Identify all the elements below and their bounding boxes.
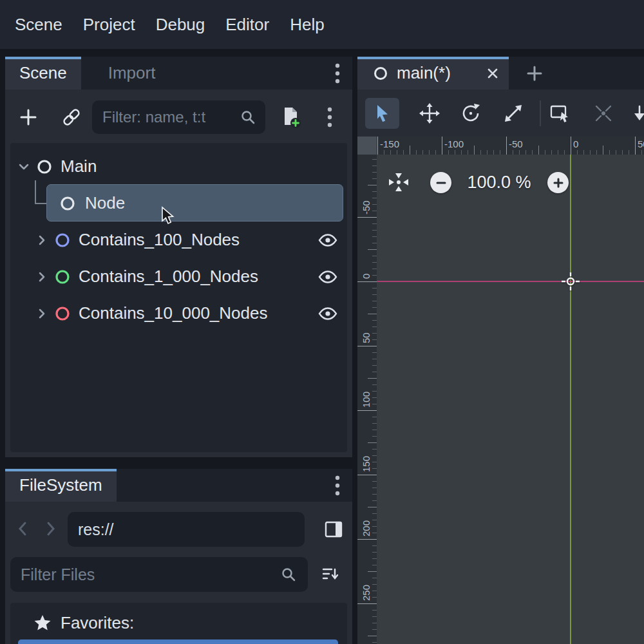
tree-row-label: Contains_10_000_Nodes — [79, 303, 267, 323]
plus-icon — [553, 177, 564, 189]
search-icon — [238, 108, 258, 127]
chevron-down-icon[interactable] — [17, 160, 31, 174]
filesystem-tabstrip: FileSystem — [5, 469, 352, 502]
ruler-label: -150 — [380, 138, 399, 149]
tree-row-contains-100[interactable]: Contains_100_Nodes — [10, 222, 347, 258]
ruler-label: 50 — [361, 332, 372, 343]
filesystem-menu-button[interactable] — [329, 475, 346, 497]
toolbar-separator — [540, 100, 541, 126]
viewport-dock: main(*) — [357, 57, 644, 644]
visibility-toggle[interactable] — [317, 269, 338, 285]
chevron-left-icon — [15, 520, 31, 537]
tree-row-label: Node — [85, 193, 125, 213]
scene-dock-body: Main Node Contains_100_Nodes — [5, 90, 352, 457]
favorites-row[interactable]: Favorites: — [10, 604, 347, 641]
rotate-icon — [460, 103, 481, 124]
node-circle-icon — [54, 232, 71, 249]
ruler-label: 0 — [573, 138, 578, 149]
add-node-button[interactable] — [14, 100, 43, 134]
ruler-label: -50 — [361, 200, 372, 214]
tree-row-node[interactable]: Node — [10, 185, 347, 222]
godot-editor-window: Scene Project Debug Editor Help Scene Im… — [0, 0, 644, 644]
move-tool-button[interactable] — [415, 98, 444, 129]
scene-tree: Main Node Contains_100_Nodes — [10, 143, 347, 452]
zoom-level-label[interactable]: 100.0 % — [457, 173, 541, 193]
zoom-out-button[interactable] — [430, 172, 451, 193]
tab-filesystem-label: FileSystem — [19, 475, 102, 495]
tree-row-contains-10000[interactable]: Contains_10_000_Nodes — [10, 295, 347, 332]
vertical-ruler: -50 0 50 100 150 200 250 — [357, 155, 377, 644]
filesystem-filter-input[interactable] — [10, 557, 308, 592]
canvas-2d[interactable]: 100.0 % — [377, 155, 644, 644]
tree-row-label: Main — [61, 156, 97, 176]
select-tool-button[interactable] — [365, 98, 399, 129]
chevron-right-icon[interactable] — [35, 270, 49, 284]
menu-scene[interactable]: Scene — [15, 15, 62, 35]
menu-editor[interactable]: Editor — [225, 15, 269, 35]
smart-snap-button[interactable] — [589, 98, 618, 129]
plus-icon — [526, 65, 543, 82]
toggle-split-mode-button[interactable] — [319, 512, 348, 547]
favorites-label: Favorites: — [61, 613, 134, 633]
tab-main-scene[interactable]: main(*) — [357, 57, 509, 90]
file-sort-button[interactable] — [316, 557, 345, 592]
star-icon — [33, 614, 52, 632]
zoom-in-button[interactable] — [547, 172, 569, 193]
ruler-label: 50 — [638, 138, 644, 149]
tree-row-main[interactable]: Main — [10, 148, 347, 185]
selection-list-button[interactable] — [546, 98, 574, 129]
eye-icon — [317, 306, 338, 321]
tree-row-label: Contains_1_000_Nodes — [79, 267, 258, 287]
close-tab-button[interactable] — [486, 66, 500, 80]
visibility-toggle[interactable] — [317, 306, 338, 321]
filesystem-dock: FileSystem — [5, 469, 352, 644]
tab-scene-label: Scene — [19, 63, 67, 83]
selected-file-row-partial[interactable] — [18, 639, 338, 644]
tab-import[interactable]: Import — [94, 57, 170, 90]
scene-node-icon — [373, 66, 388, 81]
scene-dock-menu-button[interactable] — [329, 62, 346, 84]
split-view-icon — [324, 520, 343, 538]
new-scene-tab-button[interactable] — [522, 57, 547, 90]
select-arrow-icon — [374, 104, 392, 123]
filesystem-body: Favorites: — [5, 502, 352, 644]
tab-scene[interactable]: Scene — [5, 57, 81, 90]
ellipsis-icon — [327, 106, 333, 128]
mouse-cursor — [160, 206, 178, 227]
nav-forward-button[interactable] — [37, 512, 63, 545]
plus-icon — [19, 108, 38, 127]
tree-row-contains-1000[interactable]: Contains_1_000_Nodes — [10, 258, 347, 295]
menu-debug[interactable]: Debug — [156, 15, 205, 35]
origin-gizmo-icon[interactable] — [561, 272, 580, 291]
ruler-label: 0 — [361, 274, 372, 279]
menu-project[interactable]: Project — [83, 15, 135, 35]
menu-help[interactable]: Help — [290, 15, 324, 35]
instance-scene-button[interactable] — [57, 100, 86, 134]
node-circle-icon — [36, 158, 53, 175]
chevron-right-icon — [43, 520, 58, 537]
eye-icon — [317, 269, 338, 285]
scene-tree-menu-button[interactable] — [320, 100, 339, 134]
visibility-toggle[interactable] — [317, 232, 338, 248]
chevron-right-icon[interactable] — [35, 307, 49, 321]
main-menu-bar: Scene Project Debug Editor Help — [0, 0, 644, 49]
rotate-tool-button[interactable] — [457, 98, 485, 129]
ruler-label: 150 — [361, 456, 372, 472]
link-icon — [61, 108, 82, 127]
tab-filesystem[interactable]: FileSystem — [5, 469, 117, 502]
snap-options-button[interactable] — [625, 98, 644, 129]
scene-dock: Scene Import — [5, 57, 352, 457]
ruler-label: -100 — [444, 138, 464, 149]
ellipsis-icon — [334, 475, 341, 497]
move-icon — [419, 102, 440, 124]
tab-import-label: Import — [108, 63, 156, 83]
close-icon — [486, 66, 500, 80]
nav-back-button[interactable] — [10, 512, 36, 545]
attach-script-button[interactable] — [276, 100, 305, 134]
center-view-button[interactable] — [386, 171, 412, 194]
path-field[interactable] — [68, 512, 305, 547]
ruler-corner — [357, 137, 377, 155]
scale-tool-button[interactable] — [499, 98, 527, 129]
chevron-right-icon[interactable] — [35, 233, 49, 247]
viewport-content: -150 -100 -50 0 50 -50 0 50 100 150 200 … — [357, 137, 644, 644]
